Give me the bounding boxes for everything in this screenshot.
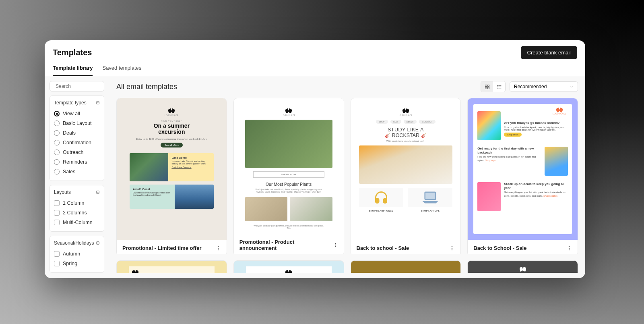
- preview-image: [245, 120, 332, 168]
- view-list-button[interactable]: [493, 81, 505, 92]
- filter-layout-multi[interactable]: Multi-Column: [54, 218, 100, 227]
- main-controls: Recommended: [481, 81, 578, 92]
- preview-image: [477, 111, 501, 140]
- sort-selected: Recommended: [514, 84, 547, 89]
- collapse-icon: [96, 190, 100, 194]
- sidebar: Template types View all Basic Layout Dea…: [45, 76, 109, 278]
- radio-icon: [54, 120, 60, 126]
- svg-rect-24: [425, 192, 436, 199]
- preview-image: [245, 197, 287, 221]
- template-preview: LOGO PLACE FIND YOURSELF On a summerexcu…: [117, 98, 227, 240]
- tab-saved-templates[interactable]: Saved templates: [102, 65, 141, 76]
- tabs: Template library Saved templates: [45, 59, 585, 76]
- more-icon[interactable]: [566, 245, 572, 251]
- template-card[interactable]: LOGO PLACE SHOP NOW Our Most Popular Pla…: [233, 98, 344, 254]
- logo-icon: [520, 266, 526, 272]
- card-title: Back to School - Sale: [473, 245, 526, 251]
- view-grid-button[interactable]: [481, 81, 493, 92]
- create-blank-email-button[interactable]: Create blank email: [521, 46, 577, 59]
- template-card[interactable]: LOGO PLACE SHOP NEW ABOUT CONTACT STUDY …: [351, 98, 461, 254]
- svg-point-25: [452, 246, 452, 247]
- filter-season-spring[interactable]: Spring: [54, 259, 100, 268]
- svg-point-18: [218, 246, 219, 247]
- radio-icon: [54, 140, 60, 145]
- card-title: Promotional - Limited time offer: [122, 245, 201, 251]
- svg-point-20: [218, 249, 219, 250]
- filter-layout-1col[interactable]: 1 Column: [54, 198, 100, 208]
- tab-template-library[interactable]: Template library: [53, 65, 93, 76]
- logo-icon: [132, 269, 138, 273]
- filter-type-view-all[interactable]: View all: [54, 109, 100, 118]
- collapse-icon: [96, 101, 100, 105]
- svg-rect-11: [487, 87, 489, 89]
- svg-point-22: [334, 245, 335, 245]
- search-input-wrapper[interactable]: [50, 81, 104, 91]
- card-footer: Back to School - Sale: [468, 240, 578, 254]
- template-card[interactable]: LOGO PLACE FIND YOURSELF On a summerexcu…: [116, 98, 227, 254]
- radio-icon: [54, 150, 60, 155]
- more-icon[interactable]: [215, 245, 221, 251]
- guitar-icon: 🎸: [385, 133, 390, 138]
- more-icon[interactable]: [332, 242, 338, 248]
- guitar-icon: 🎸: [421, 133, 427, 138]
- filter-seasonal-title: Seasonal/Holidays: [54, 240, 94, 246]
- filter-group-layouts: Layouts 1 Column 2 Columns Multi-Column: [50, 185, 104, 232]
- main: All email templates Recommended: [109, 76, 585, 278]
- filter-type-sales[interactable]: Sales: [54, 167, 100, 177]
- radio-icon: [54, 169, 60, 174]
- svg-point-19: [218, 247, 219, 248]
- preview-image: [290, 197, 332, 221]
- template-card[interactable]: [467, 260, 578, 273]
- filter-layout-2col[interactable]: 2 Columns: [54, 208, 100, 218]
- filter-types-header[interactable]: Template types: [54, 100, 100, 106]
- template-card[interactable]: [351, 260, 461, 273]
- filter-group-types: Template types View all Basic Layout Dea…: [50, 96, 104, 181]
- content-title: All email templates: [116, 83, 177, 91]
- logo-icon: [285, 107, 292, 114]
- card-footer: Promotional - Limited time offer: [117, 240, 227, 254]
- body: Template types View all Basic Layout Dea…: [45, 76, 585, 278]
- svg-rect-10: [485, 87, 487, 89]
- filter-group-seasonal: Seasonal/Holidays Autumn Spring: [50, 236, 104, 273]
- filter-layouts-header[interactable]: Layouts: [54, 189, 100, 195]
- chevron-down-icon: [570, 85, 574, 89]
- svg-point-16: [497, 86, 497, 87]
- view-toggle: [481, 81, 506, 92]
- filter-layouts-title: Layouts: [54, 189, 71, 195]
- filter-type-deals[interactable]: Deals: [54, 128, 100, 138]
- more-icon[interactable]: [449, 245, 455, 251]
- svg-point-21: [334, 243, 335, 244]
- card-title: Back to school - Sale: [357, 245, 409, 251]
- template-card[interactable]: LOGO PLACE Are you ready to go back to s…: [467, 98, 578, 254]
- template-preview: LOGO PLACE SHOP NEW ABOUT CONTACT STUDY …: [351, 98, 461, 240]
- sort-select[interactable]: Recommended: [510, 81, 578, 92]
- filter-types-title: Template types: [54, 100, 87, 106]
- filter-type-outreach[interactable]: Outreach: [54, 147, 100, 157]
- preview-image: [130, 153, 168, 181]
- search-input[interactable]: [56, 83, 109, 89]
- filter-type-reminders[interactable]: Reminders: [54, 157, 100, 167]
- template-preview: LOGO PLACE SHOP NOW Our Most Popular Pla…: [234, 98, 344, 234]
- filter-type-confirmation[interactable]: Confirmation: [54, 138, 100, 147]
- template-card[interactable]: [233, 260, 344, 273]
- checkbox-icon: [54, 261, 60, 266]
- list-icon: [497, 84, 502, 89]
- svg-rect-8: [485, 85, 487, 86]
- main-header: All email templates Recommended: [116, 81, 578, 92]
- radio-icon: [54, 111, 60, 116]
- filter-type-basic-layout[interactable]: Basic Layout: [54, 118, 100, 128]
- preview-image: [175, 185, 213, 209]
- checkbox-icon: [54, 200, 60, 206]
- filter-seasonal-header[interactable]: Seasonal/Holidays: [54, 240, 100, 246]
- filter-season-autumn[interactable]: Autumn: [54, 249, 100, 259]
- svg-point-27: [452, 249, 452, 250]
- radio-icon: [54, 159, 60, 165]
- preview-image: [408, 188, 452, 207]
- svg-rect-9: [487, 85, 489, 86]
- grid-icon: [485, 84, 490, 89]
- template-card[interactable]: [116, 260, 227, 273]
- checkbox-icon: [54, 210, 60, 216]
- card-title: Promotional - Product announcement: [239, 239, 332, 251]
- page-title: Templates: [53, 48, 92, 57]
- card-footer: Promotional - Product announcement: [234, 234, 344, 254]
